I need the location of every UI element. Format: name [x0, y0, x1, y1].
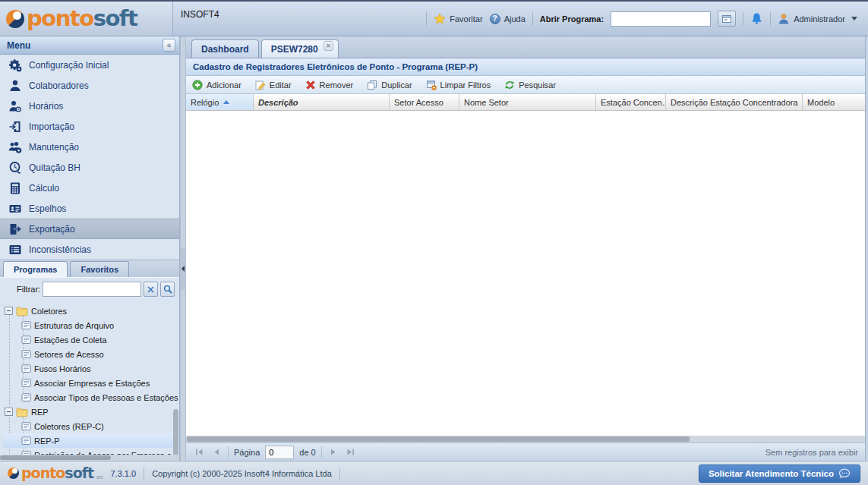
- form-icon: [21, 364, 31, 373]
- filter-input[interactable]: [43, 282, 141, 297]
- collapse-node-icon[interactable]: [5, 307, 13, 315]
- form-icon: [21, 436, 31, 446]
- logo-soft: soft: [65, 465, 93, 481]
- open-program-button[interactable]: [718, 11, 736, 27]
- sidebar-item-label: Colaboradores: [29, 80, 89, 91]
- sidebar-item-importacao[interactable]: Importação: [0, 116, 179, 137]
- help-button[interactable]: Ajuda: [490, 14, 526, 24]
- first-page-button[interactable]: [193, 446, 205, 458]
- tree-item-coletores-rep-c[interactable]: Coletores (REP-C): [3, 419, 179, 433]
- column-header-nome-setor[interactable]: Nome Setor: [459, 94, 596, 110]
- favorite-button[interactable]: Favoritar: [434, 13, 482, 25]
- limpar-filtros-button[interactable]: Limpar Filtros: [426, 80, 491, 90]
- column-header-descricao-estacao-concentradora[interactable]: Descrição Estação Concentradora: [666, 94, 803, 110]
- open-program-label: Abrir Programa:: [540, 14, 604, 24]
- tree-item-associar-tipos-de-pessoas-e-estacoes[interactable]: Associar Tipos de Pessoas e Estações: [3, 390, 179, 405]
- next-page-button[interactable]: [327, 446, 339, 458]
- sidebar-item-quitacao-bh[interactable]: Quitação BH: [0, 157, 179, 178]
- previous-page-button[interactable]: [210, 446, 223, 458]
- tree-folder-rep[interactable]: REP: [3, 405, 179, 419]
- clear-filter-button[interactable]: [144, 282, 158, 297]
- tree-item-estacoes-de-coleta[interactable]: Estações de Coleta: [3, 332, 179, 347]
- sidebar-item-label: Horários: [29, 101, 63, 112]
- close-tab-icon[interactable]: [324, 41, 333, 51]
- tree-item-fusos-horarios[interactable]: Fusos Horários: [3, 361, 179, 376]
- separator: [770, 12, 771, 26]
- sidebar-splitter[interactable]: [180, 36, 186, 461]
- chat-bubble-icon: [838, 468, 851, 479]
- sidebar: Menu Configuração Inicial Colaboradores …: [0, 36, 180, 461]
- tree-item-estruturas-de-arquivo[interactable]: Estruturas de Arquivo: [3, 318, 179, 332]
- table-horizontal-scrollbar[interactable]: [186, 436, 865, 442]
- scrollbar-thumb[interactable]: [187, 436, 690, 442]
- pontosoft-logo-icon: [8, 468, 19, 479]
- last-page-button[interactable]: [345, 446, 357, 458]
- bell-icon: [750, 12, 763, 25]
- sidebar-item-colaboradores[interactable]: Colaboradores: [0, 75, 179, 96]
- column-header-estacao-concentradora[interactable]: Estação Concen...: [596, 94, 666, 110]
- column-header-relogio[interactable]: Relógio: [186, 94, 254, 110]
- sidebar-item-label: Exportação: [29, 224, 75, 235]
- sidebar-item-horarios[interactable]: Horários: [0, 96, 179, 116]
- sidebar-item-manutencao[interactable]: Manutenção: [0, 137, 179, 157]
- clear-filters-icon: [426, 80, 437, 90]
- separator: [743, 12, 743, 26]
- tree-item-rep-p[interactable]: REP-P: [3, 433, 179, 448]
- duplicar-button[interactable]: Duplicar: [367, 80, 412, 90]
- collapse-node-icon[interactable]: [5, 408, 13, 416]
- pesquisar-button[interactable]: Pesquisar: [504, 80, 556, 90]
- app-window: pontosoft INSOFT4 Favoritar Ajuda Abrir …: [0, 0, 868, 485]
- tab-favoritos[interactable]: Favoritos: [70, 261, 129, 277]
- clear-x-icon: [147, 286, 154, 293]
- table-body-empty: [186, 111, 865, 436]
- scrollbar-thumb[interactable]: [0, 455, 111, 460]
- page-number-input[interactable]: [265, 446, 294, 459]
- sidebar-item-calculo[interactable]: Cálculo: [0, 178, 179, 198]
- header-actions: Favoritar Ajuda Abrir Programa: Administ…: [426, 2, 868, 36]
- splitter-collapse-handle[interactable]: [181, 247, 185, 290]
- sidebar-item-label: Manutenção: [29, 142, 79, 153]
- column-header-modelo[interactable]: Modelo: [803, 94, 865, 110]
- tree-vertical-scrollbar[interactable]: [173, 409, 178, 461]
- editar-button[interactable]: Editar: [255, 80, 292, 90]
- adicionar-button[interactable]: Adicionar: [192, 80, 241, 90]
- star-icon: [434, 13, 446, 25]
- tab-psew7280[interactable]: PSEW7280: [261, 39, 339, 58]
- tree-item-associar-empresas-e-estacoes[interactable]: Associar Empresas e Estações: [3, 376, 179, 390]
- list-icon: [8, 242, 22, 257]
- tree-folder-coletores[interactable]: Coletores: [3, 304, 179, 318]
- clock-icon: [8, 160, 22, 175]
- sidebar-item-configuracao-inicial[interactable]: Configuração Inicial: [0, 55, 179, 75]
- tree-item-label: Estruturas de Arquivo: [34, 321, 114, 330]
- search-button[interactable]: [160, 282, 175, 297]
- tree-item-label: Estações de Coleta: [34, 335, 106, 345]
- tree-item-label: Associar Empresas e Estações: [34, 379, 150, 388]
- tree-item-label: Fusos Horários: [34, 364, 91, 373]
- sidebar-item-inconsistencias[interactable]: Inconsistências: [0, 239, 179, 260]
- tree-item-label: REP-P: [34, 436, 60, 446]
- toolbar-button-label: Adicionar: [207, 80, 241, 90]
- tree-item-setores-de-acesso[interactable]: Setores de Acesso: [3, 347, 179, 361]
- toolbar-button-label: Editar: [270, 80, 292, 90]
- collapse-sidebar-button[interactable]: [163, 39, 175, 52]
- separator: [339, 468, 340, 480]
- user-menu[interactable]: Administrador: [778, 13, 857, 25]
- notifications-button[interactable]: [750, 12, 763, 25]
- remover-button[interactable]: Remover: [305, 80, 354, 90]
- column-header-setor-acesso[interactable]: Setor Acesso: [390, 94, 459, 110]
- support-button[interactable]: Solicitar Atendimento Técnico: [699, 465, 860, 483]
- gears-icon: [8, 58, 22, 72]
- tree-item-label: Coletores (REP-C): [34, 422, 104, 431]
- column-header-descricao[interactable]: Descrição: [254, 94, 390, 110]
- sidebar-item-espelhos[interactable]: Espelhos: [0, 198, 179, 219]
- tab-dashboard[interactable]: Dashboard: [191, 39, 259, 58]
- open-program-input[interactable]: [611, 11, 711, 27]
- body-row: Menu Configuração Inicial Colaboradores …: [0, 36, 868, 461]
- tab-programas[interactable]: Programas: [3, 261, 68, 277]
- sidebar-item-exportacao[interactable]: Exportação: [0, 219, 179, 239]
- tree-folder-label: Coletores: [31, 307, 67, 316]
- sidebar-item-label: Importação: [29, 121, 74, 132]
- tree-horizontal-scrollbar[interactable]: [0, 455, 179, 461]
- menu-titlebar: Menu: [0, 36, 179, 55]
- sidebar-item-label: Inconsistências: [29, 244, 91, 255]
